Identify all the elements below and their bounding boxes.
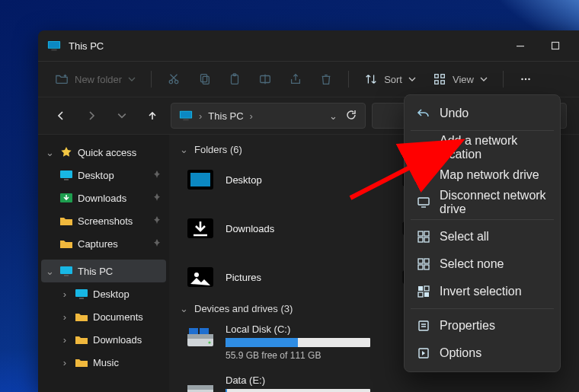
- delete-icon: [319, 72, 333, 86]
- sort-button[interactable]: Sort: [357, 66, 424, 92]
- svg-rect-13: [441, 75, 445, 78]
- chevron-down-icon: ⌄: [180, 144, 188, 155]
- pin-icon: [152, 170, 162, 181]
- sidebar-quick-access[interactable]: ⌄ Quick access: [41, 141, 166, 164]
- folder-tile-desktop[interactable]: Desktop: [180, 161, 370, 198]
- sidebar-item-captures[interactable]: Captures: [41, 232, 166, 255]
- svg-rect-2: [51, 49, 56, 51]
- svg-rect-60: [424, 286, 429, 291]
- chevron-down-icon: [480, 75, 488, 83]
- sidebar-item-desktop[interactable]: Desktop: [41, 164, 166, 186]
- menu-select-none[interactable]: Select none: [409, 250, 555, 278]
- svg-rect-48: [418, 143, 429, 150]
- menu-select-all[interactable]: Select all: [409, 223, 555, 250]
- more-context-menu: Undo Add a network location Map network …: [404, 94, 561, 372]
- downloads-icon: [75, 333, 88, 346]
- svg-rect-58: [424, 265, 429, 269]
- chevron-down-icon: ⌄: [180, 303, 188, 314]
- svg-rect-15: [441, 81, 445, 84]
- sidebar-pc-desktop[interactable]: › Desktop: [41, 282, 166, 305]
- menu-invert-selection[interactable]: Invert selection: [409, 278, 555, 305]
- chevron-right-icon: ›: [59, 357, 70, 368]
- forward-button[interactable]: [79, 104, 104, 128]
- chevron-right-icon: ›: [250, 110, 253, 122]
- menu-add-network-location[interactable]: Add a network location: [409, 134, 555, 161]
- monitor-icon: [417, 141, 430, 155]
- svg-rect-38: [187, 334, 213, 339]
- copy-button[interactable]: [190, 66, 219, 92]
- rename-button[interactable]: [251, 66, 280, 92]
- sort-label: Sort: [384, 74, 402, 85]
- svg-point-6: [175, 80, 178, 83]
- cut-button[interactable]: [159, 66, 188, 92]
- svg-rect-51: [418, 231, 423, 236]
- rename-icon: [258, 72, 272, 86]
- desktop-icon: [75, 288, 88, 300]
- menu-options[interactable]: Options: [409, 339, 555, 367]
- properties-icon: [417, 319, 430, 333]
- copy-icon: [197, 72, 211, 86]
- up-button[interactable]: [140, 104, 165, 128]
- folder-tile-downloads[interactable]: Downloads: [180, 210, 370, 247]
- address-bar[interactable]: › This PC › ⌄: [171, 103, 366, 129]
- svg-point-41: [208, 341, 210, 343]
- svg-rect-53: [418, 237, 423, 242]
- recent-button[interactable]: [110, 104, 134, 128]
- drive-tile-c[interactable]: Local Disk (C:) 55.9 GB free of 111 GB: [180, 320, 378, 364]
- sidebar-pc-music[interactable]: › Music: [41, 351, 166, 374]
- svg-rect-54: [424, 237, 429, 242]
- downloads-icon: [59, 192, 73, 204]
- svg-rect-1: [49, 42, 59, 48]
- select-none-icon: [417, 257, 430, 271]
- view-icon: [433, 72, 446, 86]
- svg-point-16: [521, 78, 523, 81]
- svg-rect-14: [435, 81, 439, 84]
- maximize-button[interactable]: [538, 33, 573, 58]
- more-button[interactable]: [511, 66, 540, 92]
- usage-bar: [226, 338, 370, 347]
- chevron-down-icon: [408, 75, 416, 83]
- this-pc-icon: [179, 110, 193, 122]
- chevron-down-icon[interactable]: ⌄: [329, 110, 337, 122]
- drive-tile-e[interactable]: Data (E:) 131 GB free of 131 GB: [180, 371, 378, 392]
- pin-icon: [152, 215, 162, 227]
- cut-icon: [167, 72, 181, 86]
- menu-disconnect-network-drive[interactable]: Disconnect network drive: [409, 189, 555, 216]
- refresh-button[interactable]: [345, 109, 357, 123]
- new-folder-button[interactable]: New folder: [47, 66, 143, 92]
- svg-rect-40: [200, 328, 209, 334]
- back-button[interactable]: [49, 104, 73, 128]
- share-icon: [289, 72, 302, 86]
- svg-rect-52: [424, 231, 429, 236]
- minimize-button[interactable]: [503, 33, 538, 58]
- folder-tile-pictures[interactable]: Pictures: [180, 259, 370, 295]
- sidebar-pc-documents[interactable]: › Documents: [41, 305, 166, 328]
- new-folder-label: New folder: [75, 74, 122, 85]
- svg-rect-8: [203, 76, 209, 84]
- svg-rect-4: [552, 43, 559, 49]
- menu-properties[interactable]: Properties: [409, 312, 555, 339]
- drive-icon: [184, 374, 216, 392]
- svg-rect-49: [418, 171, 429, 177]
- svg-rect-61: [418, 292, 423, 297]
- menu-map-network-drive[interactable]: Map network drive: [409, 161, 555, 189]
- svg-rect-39: [189, 328, 198, 334]
- desktop-icon: [59, 169, 73, 181]
- paste-button[interactable]: [220, 66, 249, 92]
- sidebar-item-downloads[interactable]: Downloads: [41, 186, 166, 209]
- this-pc-icon: [47, 40, 61, 51]
- menu-undo[interactable]: Undo: [409, 100, 555, 127]
- chevron-down-icon: [128, 75, 136, 83]
- share-button[interactable]: [281, 66, 310, 92]
- chevron-right-icon: ›: [59, 334, 70, 346]
- sidebar-pc-downloads[interactable]: › Downloads: [41, 328, 166, 351]
- sidebar-item-screenshots[interactable]: Screenshots: [41, 209, 166, 232]
- monitor-icon: [417, 196, 430, 209]
- view-button[interactable]: View: [425, 66, 495, 92]
- chevron-down-icon: ⌄: [44, 266, 55, 277]
- delete-button[interactable]: [312, 66, 341, 92]
- sidebar-this-pc[interactable]: ⌄ This PC: [41, 260, 166, 282]
- svg-rect-7: [201, 75, 207, 82]
- documents-icon: [75, 311, 88, 323]
- this-pc-icon: [59, 265, 73, 277]
